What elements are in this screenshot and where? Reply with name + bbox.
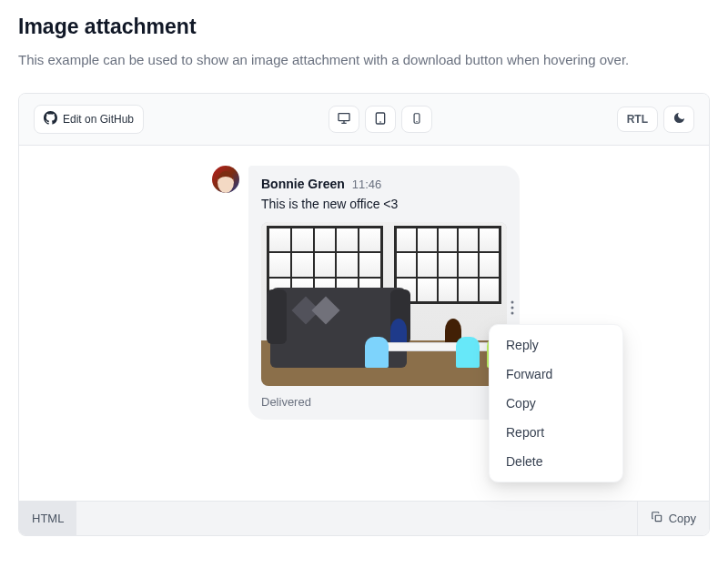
moon-icon: [672, 111, 686, 127]
copy-button[interactable]: Copy: [637, 502, 709, 535]
svg-point-7: [511, 301, 514, 304]
image-attachment[interactable]: [261, 222, 507, 386]
tablet-view-button[interactable]: [365, 106, 396, 133]
svg-point-8: [511, 307, 514, 309]
message-bubble: Bonnie Green 11:46 This is the new offic…: [248, 166, 520, 420]
mobile-view-button[interactable]: [401, 106, 432, 133]
rtl-button[interactable]: RTL: [617, 106, 658, 132]
menu-item-forward[interactable]: Forward: [490, 360, 622, 389]
menu-item-copy[interactable]: Copy: [490, 389, 622, 418]
svg-rect-0: [339, 113, 349, 120]
example-container: Edit on GitHub RTL: [18, 93, 710, 536]
code-bar: HTML Copy: [19, 501, 709, 535]
edit-github-button[interactable]: Edit on GitHub: [34, 105, 144, 134]
more-options-button[interactable]: [500, 297, 525, 322]
dots-vertical-icon: [511, 300, 514, 319]
tablet-icon: [373, 111, 388, 128]
preview-area: Bonnie Green 11:46 This is the new offic…: [19, 146, 709, 501]
svg-point-9: [511, 312, 514, 315]
page-title: Image attachment: [18, 15, 710, 39]
svg-rect-10: [655, 515, 661, 521]
chat-message: Bonnie Green 11:46 This is the new offic…: [212, 166, 691, 420]
dark-mode-button[interactable]: [663, 106, 694, 133]
menu-item-delete[interactable]: Delete: [490, 447, 622, 476]
mobile-icon: [410, 111, 423, 128]
desktop-icon: [337, 111, 351, 128]
menu-item-reply[interactable]: Reply: [490, 330, 622, 360]
example-toolbar: Edit on GitHub RTL: [19, 94, 709, 146]
copy-label: Copy: [669, 512, 696, 525]
sender-name: Bonnie Green: [261, 177, 345, 191]
context-menu: Reply Forward Copy Report Delete: [489, 324, 623, 482]
message-time: 11:46: [352, 178, 382, 191]
html-tab[interactable]: HTML: [19, 502, 76, 535]
message-text: This is the new office <3: [261, 197, 507, 211]
desktop-view-button[interactable]: [329, 106, 359, 133]
copy-icon: [651, 511, 663, 526]
avatar: [212, 166, 239, 193]
menu-item-report[interactable]: Report: [490, 418, 622, 447]
delivery-status: Delivered: [261, 395, 507, 409]
edit-github-label: Edit on GitHub: [63, 113, 134, 126]
github-icon: [44, 111, 57, 127]
page-description: This example can be used to show an imag…: [18, 52, 710, 67]
